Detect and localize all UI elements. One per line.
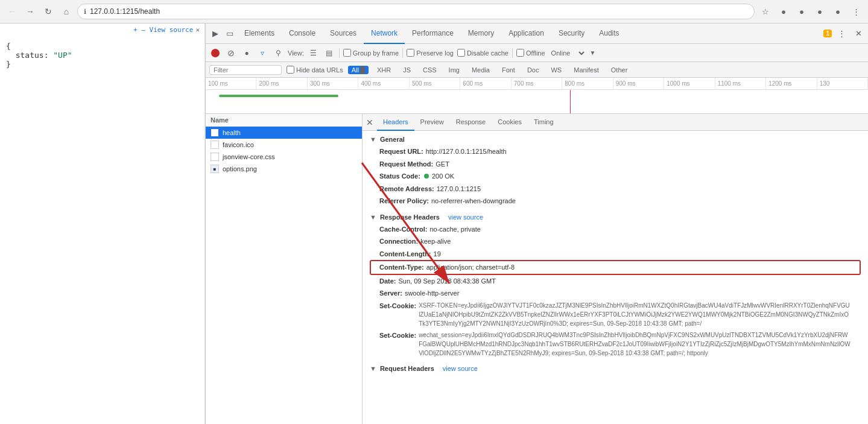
details-tab-headers[interactable]: Headers [377,114,414,131]
options-file-icon: ■ [211,165,219,173]
remote-address-key: Remote Address: [379,184,434,194]
offline-checkbox[interactable] [516,49,524,57]
menu-button[interactable]: ⋮ [849,4,863,19]
details-tab-response[interactable]: Response [450,114,492,131]
address-bar[interactable]: ℹ 127.0.0.1:1215/health [77,4,755,19]
file-item-health[interactable]: ■ health [206,127,362,139]
details-content: ▼ General Request URL: http://127.0.0.1:… [363,131,868,424]
filter-doc-button[interactable]: Doc [524,66,543,74]
filter-js-button[interactable]: JS [399,66,414,74]
page-content: + – View source ✕ { status: "UP" } [0,24,205,424]
tab-sources[interactable]: Sources [323,24,364,44]
extension-3-button[interactable]: ● [813,4,827,19]
clear-button[interactable]: ⊘ [225,47,237,59]
filter-ws-button[interactable]: WS [547,66,565,74]
content-type-row: Content-Type: application/json; charset=… [370,260,861,275]
referrer-policy-key: Referrer Policy: [379,196,429,206]
health-file-icon: ■ [211,128,219,137]
filter-bar: Hide data URLs All XHR JS CSS Img Media … [206,62,868,78]
separator-3 [512,48,513,58]
disable-cache-checkbox[interactable] [457,49,465,57]
file-item-favicon[interactable]: favicon.ico [206,139,362,151]
bookmark-button[interactable]: ☆ [758,4,773,19]
tab-performance[interactable]: Performance [405,24,461,44]
filter-other-button[interactable]: Other [607,66,632,74]
reload-button[interactable]: ↻ [41,4,55,19]
tab-application[interactable]: Application [501,24,551,44]
preserve-log-label[interactable]: Preserve log [407,49,454,57]
view-source-link[interactable]: + – View source [133,26,193,34]
home-button[interactable]: ⌂ [59,4,74,19]
hide-data-urls-checkbox[interactable] [287,66,294,74]
search-icon: ⚲ [276,49,281,57]
details-tab-preview[interactable]: Preview [414,114,450,131]
offline-label[interactable]: Offline [516,49,545,57]
timeline-bars [206,90,868,113]
browser-chrome: ← → ↻ ⌂ ℹ 127.0.0.1:1215/health ☆ ● ● ● … [0,0,868,24]
preserve-log-checkbox[interactable] [407,49,414,57]
filter-xhr-button[interactable]: XHR [373,66,394,74]
response-headers-title: Response Headers [380,214,440,221]
response-headers-section[interactable]: ▼ Response Headers view source [370,214,861,221]
search-button[interactable]: ⚲ [272,47,284,59]
separator-2 [402,48,403,58]
general-section-header[interactable]: ▼ General [370,136,861,143]
tick-300ms: 300 ms [308,78,358,89]
disable-cache-label[interactable]: Disable cache [457,49,508,57]
filter-button[interactable]: ▿ [256,47,268,59]
devtools-close-button[interactable]: ✕ [851,27,866,41]
network-toolbar: ⊘ ● ▿ ⚲ View: ☰ ▤ [206,44,868,62]
cache-control-val: no-cache, private [429,224,480,235]
back-button[interactable]: ← [5,4,19,19]
disable-cache-text: Disable cache [467,49,508,57]
extension-4-button[interactable]: ● [831,4,845,19]
timeline-scale: 100 ms 200 ms 300 ms 400 ms 500 ms 600 m… [206,78,868,90]
json-content: { status: "UP" } [6,42,198,69]
list-view-button[interactable]: ☰ [308,47,320,59]
filter-manifest-button[interactable]: Manifest [570,66,603,74]
filter-font-button[interactable]: Font [498,66,519,74]
waterfall-view-button[interactable]: ▤ [323,47,335,59]
filter-img-button[interactable]: Img [445,66,463,74]
record-button[interactable] [209,47,221,59]
json-value: "UP" [53,51,72,60]
date-row: Date: Sun, 09 Sep 2018 08:43:38 GMT [370,275,861,288]
details-tab-cookies[interactable]: Cookies [492,114,528,131]
file-item-options[interactable]: ■ options.png [206,163,362,175]
request-headers-section[interactable]: ▼ Request Headers view source [370,365,861,372]
camera-button[interactable]: ● [241,47,253,59]
throttle-select[interactable]: Online Fast 3G Slow 3G Offline [549,49,586,57]
tab-network[interactable]: Network [364,24,405,44]
referrer-policy-row: Referrer Policy: no-referrer-when-downgr… [370,195,861,207]
devtools-menu-button[interactable]: ⋮ [834,27,849,41]
tab-memory[interactable]: Memory [461,24,501,44]
tab-console[interactable]: Console [282,24,323,44]
tab-audits[interactable]: Audits [592,24,626,44]
device-toolbar-button[interactable]: ▭ [223,27,237,41]
extension-2-button[interactable]: ● [794,4,809,19]
tab-security[interactable]: Security [551,24,592,44]
filter-css-button[interactable]: CSS [419,66,440,74]
file-item-jsonview[interactable]: jsonview-core.css [206,151,362,163]
group-by-frame-checkbox[interactable] [343,49,351,57]
hide-data-urls-label[interactable]: Hide data URLs [287,66,343,74]
details-tab-timing[interactable]: Timing [528,114,560,131]
favicon-file-icon [211,141,219,149]
details-close-button[interactable]: ✕ [363,115,377,130]
group-by-frame-label[interactable]: Group by frame [343,49,399,57]
tick-500ms: 500 ms [410,78,460,89]
close-source-btn[interactable]: ✕ [195,26,200,34]
inspect-element-button[interactable]: ▶ [208,27,223,41]
connection-val: keep-alive [420,236,451,247]
hide-data-urls-text: Hide data URLs [296,66,343,74]
status-code-key: Status Code: [379,171,420,182]
request-headers-arrow: ▼ [370,365,376,372]
request-headers-view-source[interactable]: view source [443,365,478,372]
extension-1-button[interactable]: ● [776,4,791,19]
filter-all-button[interactable]: All [348,66,369,74]
tab-elements[interactable]: Elements [237,24,282,44]
filter-media-button[interactable]: Media [468,66,493,74]
filter-input[interactable] [209,65,282,75]
response-headers-view-source[interactable]: view source [448,214,483,221]
forward-button[interactable]: → [23,4,37,19]
